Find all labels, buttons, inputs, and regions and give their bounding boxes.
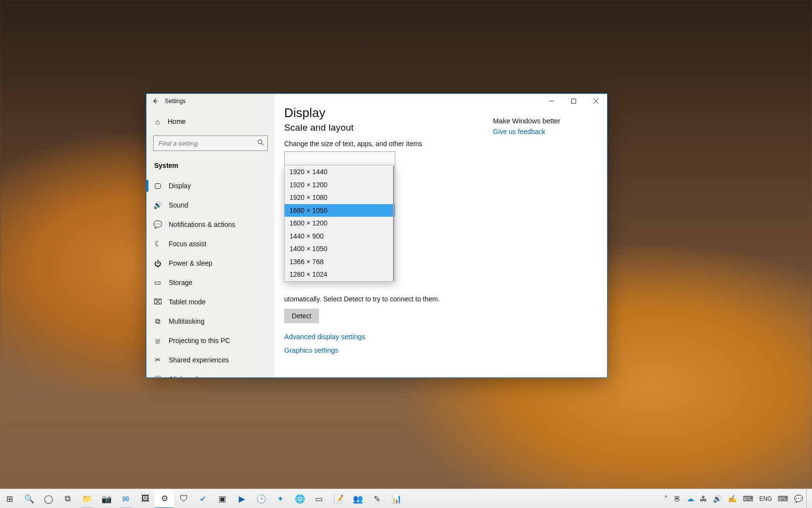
svg-rect-1 xyxy=(572,99,576,104)
search-input[interactable] xyxy=(153,135,268,151)
home-label: Home xyxy=(168,118,186,125)
shield-icon: 🛡 xyxy=(180,494,188,504)
volume-icon: 🔊 xyxy=(713,494,722,503)
taskbar-chrome[interactable]: 🌐 xyxy=(290,489,309,508)
sidebar-item-shared-experiences[interactable]: ✂Shared experiences xyxy=(146,350,275,370)
resolution-option[interactable]: 1600 × 1200 xyxy=(285,217,395,230)
sidebar-item-display[interactable]: 🖵Display xyxy=(146,176,275,195)
close-button[interactable] xyxy=(585,94,607,108)
chart-icon: 📊 xyxy=(392,494,402,504)
sidebar-item-home[interactable]: ⌂ Home xyxy=(146,112,275,131)
nav-icon: 💬 xyxy=(153,220,162,229)
resolution-dropdown[interactable]: 1920 × 14401920 × 12001920 × 10801680 × … xyxy=(284,165,395,282)
right-column: Make Windows better Give us feedback xyxy=(493,117,614,135)
sidebar-item-tablet-mode[interactable]: ⌧Tablet mode xyxy=(146,292,275,312)
sidebar-item-multitasking[interactable]: ⧉Multitasking xyxy=(146,312,275,331)
resolution-option[interactable]: 1400 × 1050 xyxy=(285,242,395,255)
cortana-button[interactable]: ◯ xyxy=(39,489,58,508)
resolution-option[interactable]: 1920 × 1440 xyxy=(285,165,395,179)
search-icon: 🔍 xyxy=(24,494,34,504)
nav-icon: ⎚ xyxy=(153,336,162,345)
tray-keyboard[interactable]: ⌨ xyxy=(740,489,756,508)
sidebar-item-notifications-actions[interactable]: 💬Notifications & actions xyxy=(146,215,275,234)
maximize-icon xyxy=(571,99,576,104)
start-button[interactable]: ⊞ xyxy=(0,489,19,508)
sidebar-item-focus-assist[interactable]: ☾Focus assist xyxy=(146,234,275,254)
sidebar-item-storage[interactable]: ▭Storage xyxy=(146,273,275,292)
windows-icon: ⊞ xyxy=(6,494,13,504)
taskbar-camera[interactable]: 📷 xyxy=(97,489,116,508)
taskbar-app-1[interactable]: ▭ xyxy=(309,489,329,508)
feedback-link[interactable]: Give us feedback xyxy=(493,128,614,135)
sidebar-item-projecting-to-this-pc[interactable]: ⎚Projecting to this PC xyxy=(146,331,275,350)
nav-icon: 🖵 xyxy=(153,181,162,190)
taskview-button[interactable]: ⧉ xyxy=(58,489,77,508)
dropdown-scrollbar[interactable] xyxy=(393,166,394,281)
stylus-icon: ✍ xyxy=(728,494,737,503)
tray-ime[interactable]: ⌨ xyxy=(775,489,791,508)
graphics-settings-link[interactable]: Graphics settings xyxy=(284,346,492,354)
back-button[interactable] xyxy=(148,94,162,108)
tray-action-center[interactable]: 💬 xyxy=(791,489,806,508)
nav-icon: ⏻ xyxy=(153,259,162,268)
pen-icon: ✎ xyxy=(374,494,380,504)
taskbar-clock-app[interactable]: 🕒 xyxy=(251,489,271,508)
taskbar-vscode[interactable]: ✦ xyxy=(271,489,290,508)
show-desktop-button[interactable] xyxy=(806,489,810,508)
taskbar: ⊞ 🔍 ◯ ⧉ 📁 📷 ✉ 🖼 ⚙ 🛡 ✔ ▣ ▶ 🕒 ✦ 🌐 ▭ 📝 👥 ✎ … xyxy=(0,489,812,508)
resolution-option[interactable]: 1920 × 1200 xyxy=(285,179,395,192)
tray-volume[interactable]: 🔊 xyxy=(710,489,725,508)
nav-icon: ⧉ xyxy=(153,317,162,326)
nav-label: Shared experiences xyxy=(169,356,229,364)
camera-icon: 📷 xyxy=(102,494,112,504)
taskbar-app-2[interactable]: ✎ xyxy=(367,489,387,508)
tray-language[interactable]: ENG xyxy=(756,489,775,508)
taskbar-todo[interactable]: ✔ xyxy=(193,489,213,508)
minimize-button[interactable] xyxy=(540,94,563,108)
taskbar-mail[interactable]: ✉ xyxy=(116,489,135,508)
advanced-display-link[interactable]: Advanced display settings xyxy=(284,333,492,341)
resolution-option[interactable]: 1280 × 1024 xyxy=(285,268,395,281)
tray-onedrive[interactable]: ☁ xyxy=(684,489,697,508)
chevron-up-icon: ˄ xyxy=(664,494,668,503)
check-icon: ✔ xyxy=(200,494,206,504)
tray-overflow[interactable]: ˄ xyxy=(661,489,671,508)
tray-pen[interactable]: ✍ xyxy=(725,489,740,508)
feedback-title: Make Windows better xyxy=(493,117,614,125)
search-button[interactable]: 🔍 xyxy=(19,489,39,508)
nav-icon: 📋 xyxy=(153,375,162,377)
taskbar-terminal[interactable]: ▣ xyxy=(213,489,232,508)
multi-display-area: utomatically. Select Detect to try to co… xyxy=(284,295,492,354)
resolution-option[interactable]: 812 × 508 xyxy=(285,204,395,217)
taskbar-powershell[interactable]: ▶ xyxy=(232,489,251,508)
shield-icon: ⛨ xyxy=(674,494,681,503)
nav-label: Focus assist xyxy=(169,240,206,248)
taskbar-file-explorer[interactable]: 📁 xyxy=(77,489,97,508)
window-controls xyxy=(540,94,607,108)
tray-network[interactable]: 🖧 xyxy=(697,489,710,508)
taskbar-settings[interactable]: ⚙ xyxy=(155,489,174,508)
taskbar-right: ˄ ⛨ ☁ 🖧 🔊 ✍ ⌨ ENG ⌨ 💬 xyxy=(661,489,812,508)
chrome-icon: 🌐 xyxy=(295,494,305,504)
sidebar-nav: 🖵Display🔊Sound💬Notifications & actions☾F… xyxy=(146,176,275,377)
nav-label: Projecting to this PC xyxy=(169,337,230,344)
settings-main: Display Scale and layout Change the size… xyxy=(275,94,607,377)
resolution-option[interactable]: 1366 × 768 xyxy=(285,255,395,269)
detect-button[interactable]: Detect xyxy=(284,309,319,323)
resolution-option[interactable]: 1920 × 1080 xyxy=(285,191,395,204)
taskbar-notes[interactable]: 📝 xyxy=(329,489,348,508)
notification-icon: 💬 xyxy=(794,494,803,503)
nav-label: Clipboard xyxy=(169,375,198,377)
taskbar-photos[interactable]: 🖼 xyxy=(135,489,155,508)
sidebar-item-power-sleep[interactable]: ⏻Power & sleep xyxy=(146,254,275,273)
maximize-button[interactable] xyxy=(563,94,585,108)
taskbar-app-3[interactable]: 📊 xyxy=(387,489,406,508)
mail-icon: ✉ xyxy=(122,494,129,504)
sidebar-item-clipboard[interactable]: 📋Clipboard xyxy=(146,370,275,377)
nav-label: Sound xyxy=(169,201,188,209)
resolution-option[interactable]: 1440 × 900 xyxy=(285,230,395,243)
taskbar-people[interactable]: 👥 xyxy=(348,489,367,508)
taskbar-security[interactable]: 🛡 xyxy=(174,489,193,508)
sidebar-item-sound[interactable]: 🔊Sound xyxy=(146,195,275,215)
tray-security[interactable]: ⛨ xyxy=(671,489,684,508)
